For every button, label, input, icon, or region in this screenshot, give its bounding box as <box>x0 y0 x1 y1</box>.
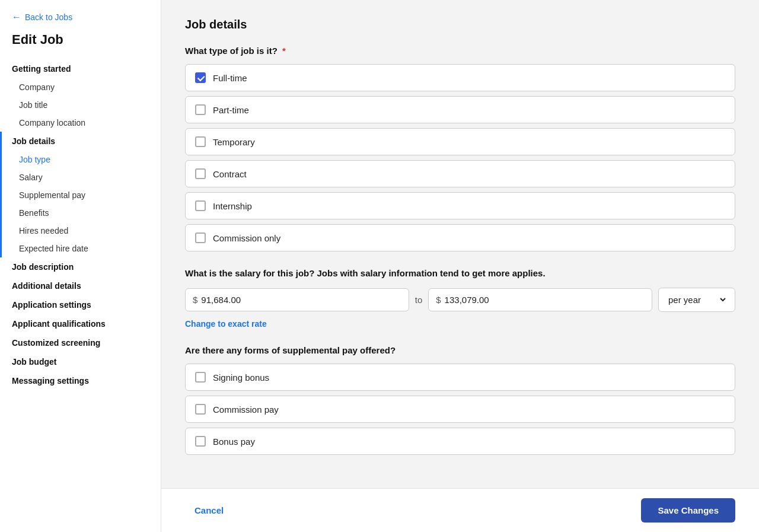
salary-section: What is the salary for this job? Jobs wi… <box>185 268 735 329</box>
back-arrow-icon: ← <box>12 12 21 23</box>
job-type-part-time-label: Part-time <box>213 105 249 115</box>
salary-max-currency: $ <box>436 295 441 305</box>
sidebar-section-messaging-settings[interactable]: Messaging settings <box>0 371 161 390</box>
job-type-part-time[interactable]: Part-time <box>185 96 735 123</box>
required-indicator: * <box>282 46 286 56</box>
salary-question: What is the salary for this job? Jobs wi… <box>185 268 735 278</box>
job-type-full-time-label: Full-time <box>213 73 247 83</box>
supplemental-commission-pay[interactable]: Commission pay <box>185 396 735 423</box>
sidebar-item-company[interactable]: Company <box>0 78 161 96</box>
sidebar: ← Back to Jobs Edit Job Getting started … <box>0 0 161 532</box>
back-to-jobs-link[interactable]: ← Back to Jobs <box>0 12 161 32</box>
job-type-internship[interactable]: Internship <box>185 192 735 219</box>
signing-bonus-label: Signing bonus <box>213 372 269 383</box>
page-title: Edit Job <box>0 32 161 59</box>
sidebar-item-benefits[interactable]: Benefits <box>0 204 161 222</box>
sidebar-section-getting-started[interactable]: Getting started <box>0 59 161 78</box>
sidebar-section-job-description[interactable]: Job description <box>0 257 161 276</box>
commission-pay-label: Commission pay <box>213 404 279 415</box>
job-type-commission-only[interactable]: Commission only <box>185 224 735 251</box>
sidebar-item-supplemental-pay[interactable]: Supplemental pay <box>0 186 161 204</box>
bonus-pay-label: Bonus pay <box>213 437 255 447</box>
section-title: Job details <box>185 18 735 31</box>
sidebar-section-application-settings[interactable]: Application settings <box>0 295 161 314</box>
salary-max-input[interactable] <box>445 295 645 305</box>
sidebar-item-hires-needed[interactable]: Hires needed <box>0 222 161 240</box>
sidebar-section-additional-details[interactable]: Additional details <box>0 276 161 295</box>
sidebar-item-company-location[interactable]: Company location <box>0 114 161 132</box>
checkbox-commission-pay[interactable] <box>195 404 206 415</box>
sidebar-section-job-details[interactable]: Job details <box>0 132 161 151</box>
checkbox-bonus-pay[interactable] <box>195 436 206 447</box>
job-type-full-time[interactable]: Full-time <box>185 64 735 91</box>
checkbox-signing-bonus[interactable] <box>195 372 206 383</box>
save-changes-button[interactable]: Save Changes <box>641 498 735 523</box>
checkbox-commission-only[interactable] <box>195 232 206 243</box>
checkbox-temporary[interactable] <box>195 136 206 147</box>
job-type-contract[interactable]: Contract <box>185 160 735 187</box>
sidebar-item-salary[interactable]: Salary <box>0 168 161 186</box>
job-type-question: What type of job is it? * <box>185 46 735 56</box>
sidebar-item-expected-hire-date[interactable]: Expected hire date <box>0 240 161 257</box>
job-type-internship-label: Internship <box>213 201 252 211</box>
cancel-button[interactable]: Cancel <box>185 499 233 521</box>
job-type-commission-only-label: Commission only <box>213 233 280 243</box>
sidebar-section-job-budget[interactable]: Job budget <box>0 352 161 371</box>
salary-to-label: to <box>415 295 423 305</box>
supplemental-pay-section: Are there any forms of supplemental pay … <box>185 345 735 455</box>
back-link-label: Back to Jobs <box>25 12 72 22</box>
sidebar-item-job-type[interactable]: Job type <box>0 151 161 168</box>
footer-bar: Cancel Save Changes <box>161 488 759 532</box>
checkbox-part-time[interactable] <box>195 104 206 115</box>
checkbox-full-time[interactable] <box>195 72 206 83</box>
salary-max-wrapper: $ <box>428 288 652 311</box>
supplemental-bonus-pay[interactable]: Bonus pay <box>185 428 735 455</box>
supplemental-signing-bonus[interactable]: Signing bonus <box>185 364 735 391</box>
job-type-temporary-label: Temporary <box>213 137 255 147</box>
sidebar-item-job-title[interactable]: Job title <box>0 96 161 114</box>
salary-period-select[interactable]: per year per month per week per day per … <box>666 294 728 305</box>
salary-inputs-row: $ to $ per year per month per week per d… <box>185 288 735 312</box>
main-content: Job details What type of job is it? * Fu… <box>161 0 759 532</box>
salary-min-wrapper: $ <box>185 288 409 311</box>
job-type-temporary[interactable]: Temporary <box>185 128 735 155</box>
job-type-section: What type of job is it? * Full-time Part… <box>185 46 735 251</box>
salary-period-select-wrapper[interactable]: per year per month per week per day per … <box>658 288 735 312</box>
sidebar-section-applicant-qualifications[interactable]: Applicant qualifications <box>0 314 161 333</box>
salary-min-currency: $ <box>193 295 197 305</box>
sidebar-active-section: Job details Job type Salary Supplemental… <box>0 132 161 257</box>
change-rate-link[interactable]: Change to exact rate <box>185 319 267 329</box>
checkbox-contract[interactable] <box>195 168 206 179</box>
job-type-contract-label: Contract <box>213 169 247 179</box>
salary-min-input[interactable] <box>201 295 401 305</box>
checkbox-internship[interactable] <box>195 200 206 211</box>
sidebar-section-customized-screening[interactable]: Customized screening <box>0 333 161 352</box>
supplemental-question: Are there any forms of supplemental pay … <box>185 345 735 355</box>
